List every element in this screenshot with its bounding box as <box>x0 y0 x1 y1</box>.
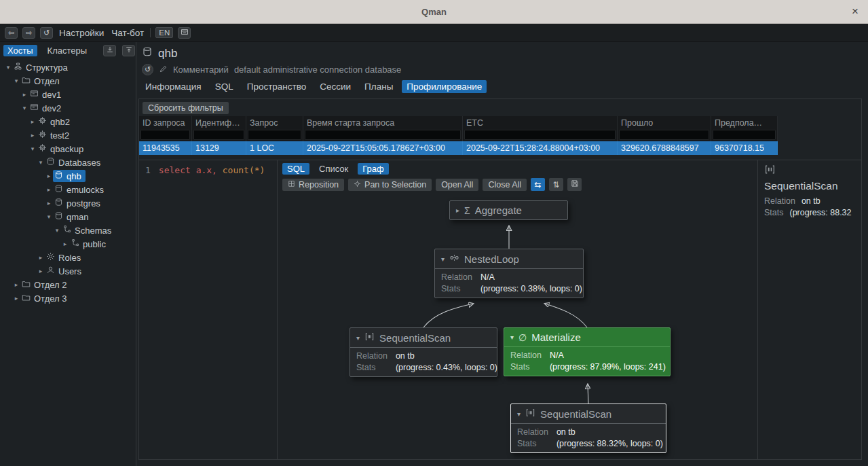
undo-button[interactable]: ↺ <box>40 27 53 39</box>
tab-plans[interactable]: Планы <box>360 80 398 93</box>
tree-collapse-button[interactable] <box>103 45 116 56</box>
plan-node-sequentialscan-left[interactable]: ▾SequentialScan Relationon tb Stats(prog… <box>350 327 497 377</box>
tree-caret[interactable]: ▸ <box>45 173 53 179</box>
tree-caret[interactable]: ▾ <box>12 77 20 84</box>
column-header[interactable]: Запрос <box>246 116 303 129</box>
tree-item-qhb[interactable]: ▸qhb <box>0 169 136 183</box>
tree-item-otdel-3[interactable]: ▸Отдел 3 <box>0 291 136 305</box>
reposition-button[interactable]: Reposition <box>282 179 344 191</box>
column-filter-input[interactable] <box>713 130 776 140</box>
open-all-button[interactable]: Open All <box>436 179 478 191</box>
tab-space[interactable]: Пространство <box>242 80 312 93</box>
tree-item-label: qhb2 <box>50 117 70 127</box>
tree-caret[interactable]: ▸ <box>37 254 45 261</box>
tree-caret[interactable]: ▾ <box>53 227 61 234</box>
tree-expand-button[interactable] <box>122 45 135 56</box>
column-header[interactable]: ETC <box>463 116 618 129</box>
tab-information[interactable]: Информация <box>140 80 206 93</box>
fit-height-button[interactable]: ⇅ <box>549 178 563 191</box>
plan-node-sequentialscan-bottom[interactable]: ▾SequentialScan Relationon tb Stats(prog… <box>510 404 666 453</box>
reset-filters-button[interactable]: Сбросить фильтры <box>143 102 229 114</box>
tree-item-schemas[interactable]: ▾Schemas <box>0 223 136 237</box>
tree-caret[interactable]: ▾ <box>29 145 37 152</box>
sql-editor[interactable]: 1select a.x, count(*) <box>139 160 278 459</box>
close-button[interactable]: × <box>852 5 858 17</box>
plan-graph-canvas[interactable]: ▸ΣAggregate ▾NestedLoop RelationN/A Stat… <box>278 194 757 459</box>
tab-profiling[interactable]: Профилирование <box>402 80 487 93</box>
tree-caret[interactable]: ▸ <box>45 200 53 207</box>
save-image-button[interactable] <box>567 178 582 191</box>
column-filter-input[interactable] <box>193 130 244 140</box>
tree-caret[interactable]: ▾ <box>37 159 45 166</box>
tree-item-dev2[interactable]: ▾dev2 <box>0 101 136 115</box>
tab-sessions[interactable]: Сессии <box>315 80 356 93</box>
plan-node-nestedloop[interactable]: ▾NestedLoop RelationN/A Stats(progress: … <box>434 249 584 298</box>
tree-item-qman[interactable]: ▾qman <box>0 210 136 223</box>
tab-hosts[interactable]: Хосты <box>3 45 37 56</box>
back-button[interactable]: ⇦ <box>5 27 18 39</box>
node-caret[interactable]: ▾ <box>510 334 514 341</box>
panel-layout-button[interactable] <box>178 27 191 39</box>
tree-item-roles[interactable]: ▸Roles <box>0 251 136 264</box>
tree-item-postgres[interactable]: ▸postgres <box>0 196 136 210</box>
tree-item-otdel[interactable]: ▾Отдел <box>0 74 136 88</box>
tree-caret[interactable]: ▸ <box>12 295 20 302</box>
edit-comment-button[interactable] <box>159 65 168 75</box>
tree-caret[interactable]: ▾ <box>4 64 12 71</box>
host-tree: ▾Структура ▾Отдел ▸dev1 ▾dev2 ▸qhb2 ▸tes… <box>0 58 136 466</box>
tree-caret[interactable]: ▸ <box>45 186 53 193</box>
tree-item-databases[interactable]: ▾Databases <box>0 156 136 169</box>
column-filter-input[interactable] <box>619 130 709 140</box>
column-header[interactable]: Идентиф… <box>192 116 246 129</box>
tab-view-list[interactable]: Список <box>314 163 353 175</box>
tree-item-users[interactable]: ▸Users <box>0 264 136 278</box>
tree-item-qhb2[interactable]: ▸qhb2 <box>0 115 136 128</box>
tree-item-qbackup[interactable]: ▾qbackup <box>0 142 136 156</box>
tree-caret[interactable]: ▾ <box>45 213 53 220</box>
column-header[interactable]: Прошло <box>618 116 711 129</box>
column-header[interactable]: Время старта запроса <box>303 116 463 129</box>
tab-clusters[interactable]: Кластеры <box>43 45 92 56</box>
column-header[interactable]: ID запроса <box>139 116 192 129</box>
tree-item-public[interactable]: ▸public <box>0 237 136 251</box>
column-filter-input[interactable] <box>305 130 461 140</box>
tree-item-label: qhb <box>67 171 81 181</box>
node-caret[interactable]: ▾ <box>517 410 521 418</box>
stats-label: Stats <box>517 439 548 448</box>
language-button[interactable]: EN <box>155 27 173 38</box>
tree-caret[interactable]: ▸ <box>20 91 29 98</box>
tree-item-label: qman <box>67 212 89 222</box>
forward-button[interactable]: ⇨ <box>22 27 35 39</box>
column-filter-input[interactable] <box>248 130 301 140</box>
column-filter-input[interactable] <box>464 130 616 140</box>
column-filter-input[interactable] <box>140 130 190 140</box>
tree-caret[interactable]: ▸ <box>12 281 20 288</box>
tree-caret[interactable]: ▾ <box>20 105 29 111</box>
tree-item-otdel-2[interactable]: ▸Отдел 2 <box>0 278 136 291</box>
plan-node-aggregate[interactable]: ▸ΣAggregate <box>449 200 568 220</box>
column-header[interactable]: Предпола… <box>711 116 778 129</box>
relation-value: on tb <box>396 351 497 361</box>
node-caret[interactable]: ▸ <box>456 207 459 214</box>
tree-item-emulocks[interactable]: ▸emulocks <box>0 183 136 196</box>
pan-to-selection-button[interactable]: Pan to Selection <box>348 179 432 191</box>
tree-item-test2[interactable]: ▸test2 <box>0 128 136 142</box>
tab-view-graph[interactable]: Граф <box>358 163 388 175</box>
tree-caret[interactable]: ▸ <box>37 268 45 274</box>
close-all-button[interactable]: Close All <box>483 179 527 191</box>
comment-undo-button[interactable]: ↺ <box>142 64 153 75</box>
node-caret[interactable]: ▾ <box>356 334 360 342</box>
tree-caret[interactable]: ▸ <box>61 240 69 247</box>
settings-button[interactable]: Настройки <box>58 28 105 38</box>
node-caret[interactable]: ▾ <box>441 255 445 263</box>
plan-node-materialize[interactable]: ▾∅Materialize RelationN/A Stats(progress… <box>504 327 671 376</box>
chatbot-button[interactable]: Чат-бот <box>110 28 145 38</box>
tab-view-sql[interactable]: SQL <box>282 163 309 175</box>
table-row[interactable]: 11943535 13129 1 LOC 2025-09-22T15:05:05… <box>139 141 778 155</box>
tree-caret[interactable]: ▸ <box>29 132 37 139</box>
tree-item-structure[interactable]: ▾Структура <box>0 60 136 74</box>
tree-item-dev1[interactable]: ▸dev1 <box>0 88 136 101</box>
tree-caret[interactable]: ▸ <box>29 118 37 125</box>
tab-sql[interactable]: SQL <box>210 80 238 93</box>
fit-width-button[interactable]: ⇆ <box>531 178 545 191</box>
